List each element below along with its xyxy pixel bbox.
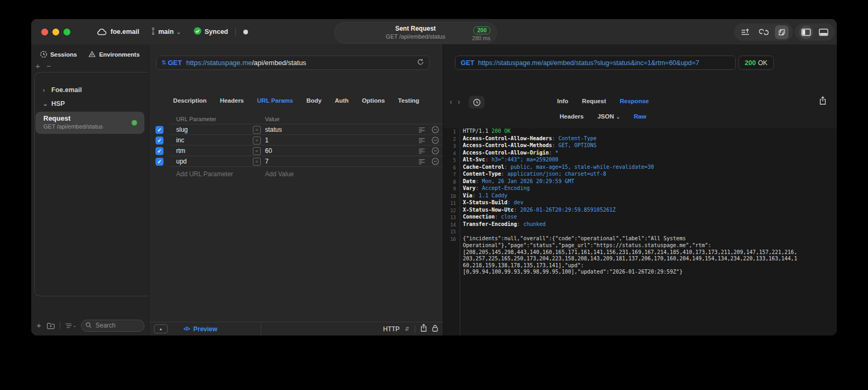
send-receive-icon[interactable] <box>775 25 789 39</box>
code-line: 6Cache-Control: public, max-age=15, stal… <box>443 164 837 171</box>
line-number: 6 <box>443 164 456 171</box>
params-add-row[interactable]: Add URL Parameter Add Value <box>149 169 443 179</box>
code-line: 2Access-Control-Allow-Headers: Content-T… <box>443 135 837 143</box>
line-number: 4 <box>443 150 456 157</box>
add-session-button[interactable]: + <box>35 61 40 70</box>
tree-item-foe-email[interactable]: › Foe.email <box>35 83 149 97</box>
response-subtab-headers[interactable]: Headers <box>560 113 583 120</box>
drag-handle-icon[interactable] <box>418 159 425 165</box>
project-menu[interactable]: foe.email <box>97 28 139 35</box>
sidebar-search[interactable] <box>81 320 144 332</box>
remove-row-icon[interactable] <box>432 158 439 165</box>
response-status-code: 200 <box>745 59 756 67</box>
cloud-icon <box>97 29 107 35</box>
param-name[interactable]: rtm <box>176 147 185 155</box>
request-tab-body[interactable]: Body <box>306 97 322 104</box>
response-tab-response[interactable]: Response <box>620 98 649 104</box>
environments-label: Environments <box>99 51 140 58</box>
toolbar-group-right <box>795 23 835 41</box>
add-url-parameter-placeholder[interactable]: Add URL Parameter <box>176 170 233 178</box>
request-tab-url-params[interactable]: URL Params <box>257 97 293 104</box>
request-url-host: https://statuspage.me <box>186 59 252 67</box>
toggle-bottom-panel-icon[interactable] <box>817 25 830 39</box>
lock-icon[interactable] <box>432 324 438 334</box>
response-url-box[interactable]: GET https://statuspage.me/api/embed/stat… <box>455 56 736 70</box>
search-icon <box>86 321 92 330</box>
list-view-button[interactable]: ⌄ <box>65 323 77 329</box>
line-number <box>443 249 456 256</box>
line-number: 9 <box>443 185 456 193</box>
add-value-placeholder[interactable]: Add Value <box>265 170 294 178</box>
minimize-button[interactable] <box>52 29 59 35</box>
toggle-left-sidebar-icon[interactable] <box>799 25 813 39</box>
new-folder-button[interactable] <box>47 322 55 329</box>
close-button[interactable] <box>41 29 48 35</box>
tab-sessions[interactable]: Sessions <box>40 51 77 58</box>
zoom-button[interactable] <box>63 29 70 35</box>
branch-name: main <box>158 28 173 35</box>
response-tab-info[interactable]: Info <box>557 98 568 104</box>
remove-row-icon[interactable] <box>432 137 439 144</box>
response-tab-request[interactable]: Request <box>582 98 606 104</box>
refresh-icon[interactable] <box>417 58 424 68</box>
param-value[interactable]: 1 <box>265 137 269 144</box>
environments-icon <box>88 51 96 58</box>
branch-selector[interactable]: main ⌄ <box>151 28 181 37</box>
request-status-pill[interactable]: Sent Request GET /api/embed/status 200 2… <box>334 22 497 43</box>
param-checkbox[interactable]: ✓ <box>156 137 163 144</box>
response-raw-view[interactable]: 1HTTP/1.1 200 OK2Access-Control-Allow-He… <box>443 128 837 335</box>
param-name[interactable]: upd <box>176 158 187 165</box>
sessions-label: Sessions <box>50 51 77 58</box>
equals-icon: = <box>253 137 261 144</box>
drag-handle-icon[interactable] <box>418 127 425 133</box>
collapse-editor-button[interactable]: ▲ <box>154 324 168 333</box>
request-list-item-selected[interactable]: Request GET /api/embed/status <box>35 112 144 134</box>
param-value[interactable]: 60 <box>265 147 272 155</box>
tree-item-hsp[interactable]: ⌄ HSP <box>35 97 149 111</box>
request-item-subtitle: GET /api/embed/status <box>43 123 144 130</box>
drag-handle-icon[interactable] <box>418 138 425 143</box>
sync-status[interactable]: Synced <box>194 27 228 37</box>
toolbar-group-left <box>734 23 793 41</box>
method-stepper-icon[interactable]: ⇅ <box>161 59 166 66</box>
code-line: 16{"incidents":null,"overall":{"code":"o… <box>443 235 837 243</box>
drag-handle-icon[interactable] <box>418 148 425 154</box>
param-value[interactable]: status <box>265 126 282 133</box>
share-icon[interactable] <box>421 324 427 334</box>
search-input[interactable] <box>94 321 140 330</box>
sync-loop-icon[interactable] <box>757 25 771 39</box>
request-tab-testing[interactable]: Testing <box>398 97 419 104</box>
app-window: foe.email main ⌄ Synced Sent Request GET… <box>31 19 837 335</box>
line-number <box>443 256 456 262</box>
remove-row-icon[interactable] <box>432 147 439 155</box>
protocol-stepper-icon[interactable]: ⇵ <box>405 326 409 332</box>
preview-button[interactable]: </> Preview <box>184 325 217 333</box>
response-subtab-raw[interactable]: Raw <box>634 113 646 120</box>
line-number: 13 <box>443 214 456 221</box>
response-share-icon[interactable] <box>819 96 826 107</box>
equals-icon: = <box>253 147 261 155</box>
remove-row-icon[interactable] <box>432 126 439 133</box>
export-lines-icon[interactable] <box>738 25 752 39</box>
param-checkbox[interactable]: ✓ <box>156 147 163 155</box>
params-table-header: URL Parameter Value <box>149 116 443 124</box>
response-subtab-json[interactable]: JSON⌄ <box>597 113 620 120</box>
param-name[interactable]: inc <box>176 137 184 144</box>
param-row-inc: ✓inc=1 <box>149 135 443 146</box>
param-checkbox[interactable]: ✓ <box>156 158 163 166</box>
param-value[interactable]: 7 <box>265 158 269 165</box>
param-checkbox[interactable]: ✓ <box>156 126 163 134</box>
code-line: 1HTTP/1.1 200 OK <box>443 128 837 135</box>
request-tab-description[interactable]: Description <box>173 97 206 104</box>
tab-environments[interactable]: Environments <box>88 51 140 58</box>
remove-session-button[interactable]: − <box>47 61 51 70</box>
line-number <box>443 269 456 276</box>
new-request-button[interactable]: + <box>36 323 41 328</box>
request-tab-headers[interactable]: Headers <box>220 97 244 104</box>
request-tab-options[interactable]: Options <box>362 97 385 104</box>
param-name[interactable]: slug <box>176 126 188 133</box>
request-tab-auth[interactable]: Auth <box>335 97 349 104</box>
code-line: 10Via: 1.1 Caddy <box>443 193 837 200</box>
request-url-bar[interactable]: ⇅ GET https://statuspage.me/api/embed/st… <box>156 56 430 70</box>
protocol-selector[interactable]: HTTP <box>383 325 399 333</box>
